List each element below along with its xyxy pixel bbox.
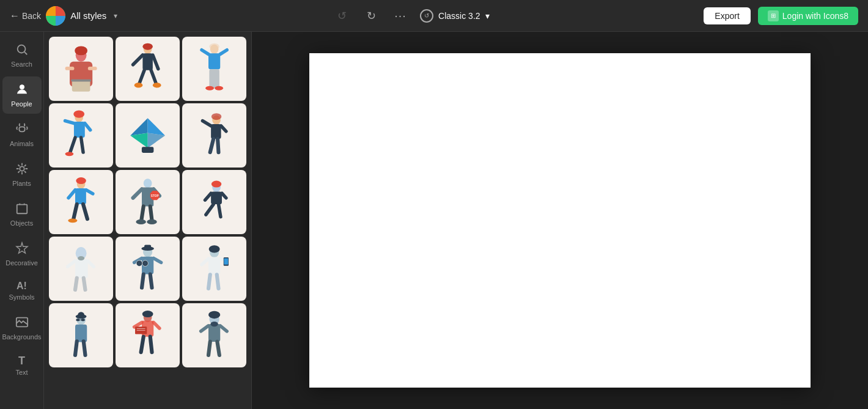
sidebar-item-plants-label: Plants (12, 180, 31, 187)
svg-line-54 (68, 190, 75, 198)
svg-line-117 (153, 322, 160, 328)
version-selector[interactable]: ↺ Classic 3.2 ▾ (420, 9, 489, 23)
sidebar-item-objects[interactable]: Objects (2, 196, 42, 233)
svg-line-92 (150, 274, 152, 287)
svg-rect-43 (142, 147, 153, 153)
illus-card-15[interactable] (182, 303, 246, 367)
illustration-panel: STOP (44, 32, 252, 409)
logo-inner (46, 6, 65, 26)
illus-card-7[interactable] (49, 170, 113, 234)
illus-card-12[interactable] (182, 237, 246, 301)
back-arrow-icon: ← (10, 10, 20, 21)
sidebar-item-animals[interactable]: Animals (2, 116, 42, 153)
illus-card-1[interactable] (49, 37, 113, 101)
svg-rect-15 (142, 53, 152, 70)
svg-line-129 (208, 342, 210, 355)
sidebar-item-decorative[interactable]: Decorative (2, 235, 42, 273)
all-styles-label[interactable]: All styles (70, 10, 106, 21)
sidebar-item-symbols[interactable]: A! Symbols (2, 275, 42, 307)
svg-line-121 (141, 337, 144, 352)
svg-rect-77 (75, 259, 88, 278)
svg-point-2 (20, 85, 24, 89)
svg-point-68 (147, 219, 156, 224)
login-icon: ⊞ (768, 10, 779, 21)
version-dropdown-icon: ▾ (485, 11, 490, 21)
svg-line-26 (220, 50, 227, 54)
export-button[interactable]: Export (704, 7, 750, 24)
svg-line-61 (133, 189, 141, 197)
more-button[interactable]: ··· (391, 6, 410, 26)
svg-rect-100 (224, 258, 228, 264)
svg-line-80 (75, 278, 77, 290)
svg-point-20 (134, 83, 143, 87)
svg-rect-11 (72, 80, 90, 92)
sidebar-item-backgrounds[interactable]: Backgrounds (2, 309, 42, 347)
svg-point-128 (210, 322, 218, 326)
svg-point-28 (205, 86, 214, 90)
svg-line-19 (151, 70, 156, 84)
version-icon: ↺ (420, 9, 433, 23)
svg-rect-96 (208, 257, 220, 275)
illus-card-2[interactable] (116, 37, 180, 101)
svg-line-78 (68, 260, 75, 267)
svg-marker-40 (148, 118, 165, 135)
svg-line-97 (202, 259, 208, 265)
svg-point-3 (20, 166, 24, 171)
svg-rect-125 (208, 324, 220, 342)
dropdown-arrow-icon[interactable]: ▾ (114, 12, 117, 20)
undo-button[interactable]: ↺ (332, 6, 351, 26)
sidebar-item-plants[interactable]: Plants (2, 156, 42, 193)
sidebar-item-people-label: People (11, 100, 32, 108)
redo-button[interactable]: ↻ (361, 6, 381, 26)
svg-line-56 (73, 204, 76, 219)
svg-line-79 (87, 260, 94, 267)
svg-point-30 (209, 43, 219, 50)
illus-card-10[interactable] (49, 237, 113, 301)
svg-line-110 (84, 341, 86, 355)
svg-line-48 (210, 139, 213, 152)
login-button[interactable]: ⊞ Login with Icons8 (758, 7, 858, 25)
svg-line-101 (208, 275, 210, 289)
svg-rect-4 (17, 205, 27, 214)
illus-card-5[interactable] (116, 103, 180, 168)
illus-card-8[interactable]: STOP (116, 170, 180, 234)
svg-point-58 (68, 218, 77, 223)
version-label: Classic 3.2 (438, 11, 480, 21)
illus-card-14[interactable] (116, 303, 180, 367)
back-button[interactable]: ← Back (10, 10, 41, 21)
svg-rect-53 (75, 188, 86, 204)
svg-point-70 (211, 180, 221, 187)
logo-avatar (46, 6, 65, 26)
svg-point-52 (76, 177, 86, 184)
svg-marker-5 (16, 243, 27, 253)
illus-card-6[interactable] (182, 103, 246, 168)
svg-point-90 (144, 262, 147, 265)
sidebar-item-backgrounds-label: Backgrounds (2, 333, 41, 341)
svg-rect-9 (65, 67, 74, 70)
svg-point-0 (17, 45, 25, 53)
sidebar-item-text[interactable]: T Text (2, 349, 42, 382)
topbar-right: Export ⊞ Login with Icons8 (704, 7, 858, 25)
people-icon (15, 83, 29, 98)
sidebar-item-symbols-label: Symbols (9, 293, 34, 301)
sidebar-item-people[interactable]: People (2, 76, 42, 114)
decorative-icon (15, 241, 29, 257)
svg-line-34 (65, 120, 73, 123)
svg-line-75 (218, 204, 220, 217)
svg-rect-107 (81, 319, 85, 321)
svg-rect-94 (144, 245, 151, 249)
illus-card-4[interactable] (49, 103, 113, 168)
illus-card-3[interactable] (182, 37, 246, 101)
sidebar-item-search[interactable]: Search (2, 37, 42, 74)
search-icon (15, 43, 29, 58)
illus-card-9[interactable] (182, 170, 246, 234)
text-icon: T (18, 355, 25, 366)
svg-line-122 (150, 337, 152, 352)
sidebar-item-objects-label: Objects (10, 219, 33, 227)
illus-card-13[interactable] (49, 303, 113, 367)
illus-card-11[interactable] (116, 237, 180, 301)
svg-line-91 (142, 274, 144, 287)
svg-rect-27 (209, 69, 219, 88)
canvas-white-board[interactable] (309, 53, 811, 388)
svg-rect-10 (88, 67, 97, 70)
